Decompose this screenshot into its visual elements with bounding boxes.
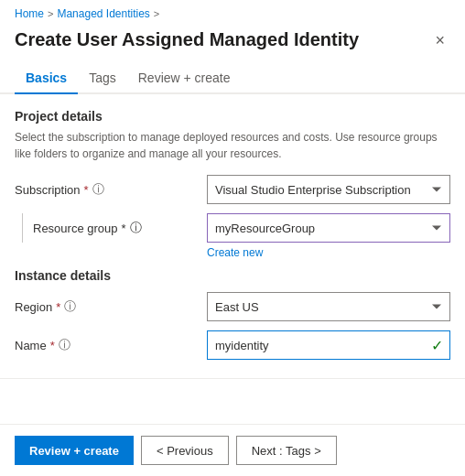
name-row: Name * ⓘ ✓: [15, 330, 450, 360]
region-info-icon[interactable]: ⓘ: [64, 298, 76, 315]
name-valid-icon: ✓: [431, 337, 443, 354]
tab-bar: Basics Tags Review + create: [0, 63, 465, 94]
name-input[interactable]: [207, 330, 450, 360]
dialog-header: Create User Assigned Managed Identity ×: [0, 24, 465, 63]
region-select-wrapper: East US: [207, 292, 450, 321]
page-title: Create User Assigned Managed Identity: [15, 27, 359, 51]
region-required: *: [56, 300, 60, 314]
subscription-row: Subscription * ⓘ Visual Studio Enterpris…: [15, 175, 450, 204]
subscription-info-icon[interactable]: ⓘ: [92, 181, 104, 198]
breadcrumb-home[interactable]: Home: [15, 7, 44, 20]
region-select[interactable]: East US: [207, 292, 450, 321]
instance-details-section: Instance details Region * ⓘ East US Name…: [0, 268, 465, 360]
instance-details-title: Instance details: [15, 268, 450, 283]
project-details-section: Project details Select the subscription …: [0, 109, 465, 259]
resource-group-control: myResourceGroup: [207, 213, 450, 243]
breadcrumb-managed-identities[interactable]: Managed Identities: [57, 7, 149, 20]
project-details-desc: Select the subscription to manage deploy…: [15, 129, 450, 162]
subscription-label: Subscription * ⓘ: [15, 181, 207, 198]
breadcrumb-sep-1: >: [48, 8, 53, 19]
review-create-button[interactable]: Review + create: [15, 436, 134, 465]
tab-review-create[interactable]: Review + create: [127, 63, 242, 94]
region-row: Region * ⓘ East US: [15, 292, 450, 321]
resource-group-info-icon[interactable]: ⓘ: [130, 220, 142, 236]
next-button[interactable]: Next : Tags >: [236, 436, 337, 465]
resource-group-select-wrapper: myResourceGroup: [207, 213, 450, 243]
subscription-select[interactable]: Visual Studio Enterprise Subscription: [207, 175, 450, 204]
breadcrumb-sep-2: >: [154, 8, 159, 19]
name-label: Name * ⓘ: [15, 337, 207, 353]
breadcrumb: Home > Managed Identities >: [0, 0, 465, 24]
footer-divider: [0, 378, 465, 379]
create-new-link[interactable]: Create new: [207, 246, 450, 259]
name-info-icon[interactable]: ⓘ: [59, 337, 70, 353]
name-control: ✓: [207, 330, 450, 360]
resource-group-indent: [15, 213, 33, 243]
tab-basics[interactable]: Basics: [15, 63, 78, 94]
subscription-select-wrapper: Visual Studio Enterprise Subscription: [207, 175, 450, 204]
close-button[interactable]: ×: [429, 29, 450, 52]
resource-group-label: Resource group * ⓘ: [33, 220, 207, 236]
region-label: Region * ⓘ: [15, 298, 207, 315]
region-control: East US: [207, 292, 450, 321]
footer: Review + create < Previous Next : Tags >: [0, 424, 465, 476]
subscription-required: *: [84, 183, 89, 197]
subscription-control: Visual Studio Enterprise Subscription: [207, 175, 450, 204]
project-details-title: Project details: [15, 109, 450, 124]
name-input-wrapper: ✓: [207, 330, 450, 360]
resource-group-select[interactable]: myResourceGroup: [207, 213, 450, 243]
previous-button[interactable]: < Previous: [141, 436, 229, 465]
tab-tags[interactable]: Tags: [78, 63, 127, 94]
resource-group-required: *: [122, 222, 126, 235]
name-required: *: [50, 339, 55, 352]
